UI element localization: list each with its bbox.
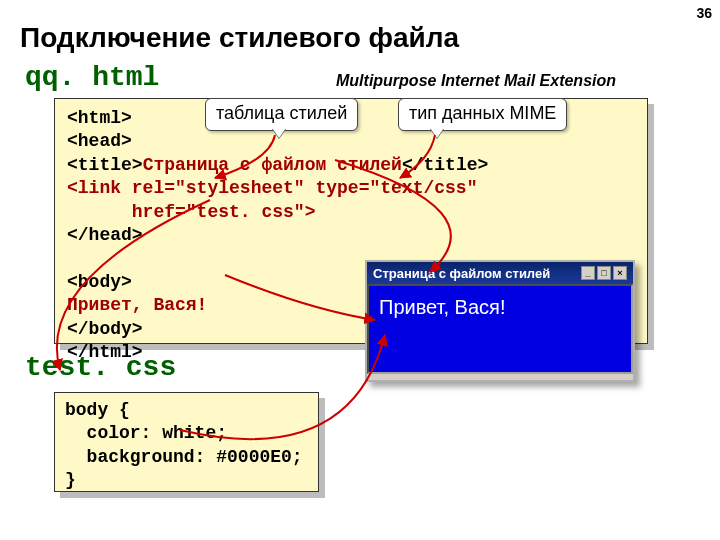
code-line: background: #0000E0; — [65, 447, 303, 467]
code-line: } — [65, 470, 76, 490]
code-line: <head> — [67, 131, 132, 151]
code-link-line: href="test. css"> — [67, 202, 315, 222]
code-line: </head> — [67, 225, 143, 245]
close-icon: × — [613, 266, 627, 280]
code-line: color: white; — [65, 423, 227, 443]
page-number: 36 — [696, 5, 712, 21]
callout-tail — [272, 128, 286, 138]
code-line: <body> — [67, 272, 132, 292]
code-line: </body> — [67, 319, 143, 339]
window-body: Привет, Вася! — [367, 284, 633, 374]
window-buttons: _ □ × — [581, 266, 627, 280]
window-titlebar: Страница с файлом стилей _ □ × — [367, 262, 633, 284]
filename-html: qq. html — [25, 62, 159, 93]
mime-expansion: Multipurpose Internet Mail Extension — [336, 72, 616, 90]
maximize-icon: □ — [597, 266, 611, 280]
callout-mime-type: тип данных MIME — [398, 98, 567, 131]
slide-title: Подключение стилевого файла — [20, 22, 459, 54]
code-title-text: Страница с файлом стилей — [143, 155, 402, 175]
code-line: <title> — [67, 155, 143, 175]
code-body-text: Привет, Вася! — [67, 295, 207, 315]
callout-stylesheet: таблица стилей — [205, 98, 358, 131]
code-line: <html> — [67, 108, 132, 128]
minimize-icon: _ — [581, 266, 595, 280]
window-title: Страница с файлом стилей — [373, 266, 550, 281]
callout-tail — [430, 128, 444, 138]
code-line: body { — [65, 400, 130, 420]
code-link-line: <link rel="stylesheet" type="text/css" — [67, 178, 477, 198]
filename-css: test. css — [25, 352, 176, 383]
browser-window-preview: Страница с файлом стилей _ □ × Привет, В… — [365, 260, 635, 382]
code-block-css: body { color: white; background: #0000E0… — [54, 392, 319, 492]
code-line: </title> — [402, 155, 488, 175]
